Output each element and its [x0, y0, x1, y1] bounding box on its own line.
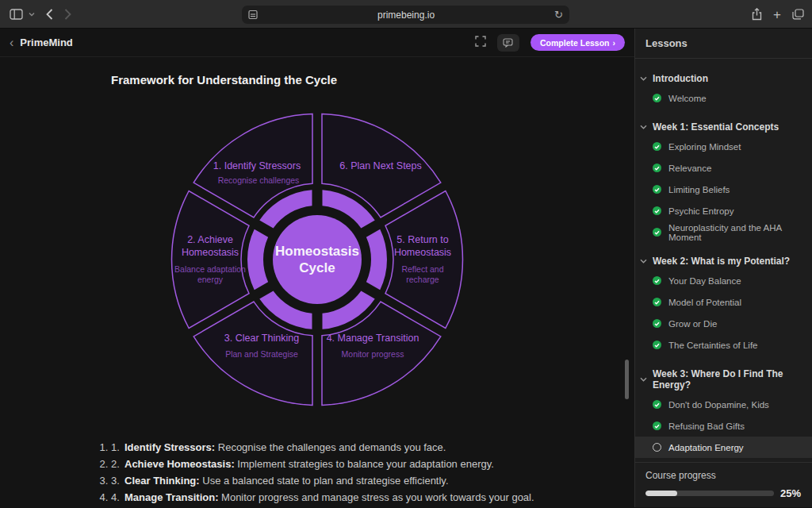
step-item: 1.Identify Stressors: Recognise the chal… [111, 439, 534, 456]
reload-icon[interactable]: ↻ [554, 10, 563, 20]
lesson-section: IntroductionWelcome [635, 70, 812, 109]
chevron-down-icon [640, 377, 647, 382]
lesson-header: ‹ PrimeMind Complete Lesson› [0, 29, 634, 57]
lesson-section: Week 1: Essential ConceptsExploring Mind… [635, 118, 812, 243]
completed-check-icon [653, 228, 661, 237]
section-header[interactable]: Week 3: Where Do I Find The Energy? [635, 365, 812, 394]
lesson-item[interactable]: Exploring Mindset [635, 136, 812, 157]
lesson-item[interactable]: Limiting Beliefs [635, 179, 812, 200]
lesson-item[interactable]: Don't do Dopamine, Kids [635, 394, 812, 415]
lesson-item-label: Relevance [668, 164, 711, 173]
lesson-section: Week 3: Where Do I Find The Energy?Don't… [635, 365, 812, 462]
wheel-segment [172, 191, 250, 329]
wheel-segment-title: 4. Manage Transition [301, 333, 444, 345]
step-item: 4.Manage Transition: Monitor progress an… [111, 489, 534, 506]
section-label: Introduction [653, 73, 708, 84]
completed-check-icon [653, 276, 661, 285]
new-tab-icon[interactable]: + [773, 8, 781, 21]
section-label: Week 3: Where Do I Find The Energy? [653, 368, 812, 391]
chevron-right-icon: › [613, 38, 616, 48]
lesson-item-label: Adaptation Energy [668, 443, 744, 452]
lesson-item[interactable]: Your Day Balance [635, 270, 812, 291]
complete-lesson-button[interactable]: Complete Lesson› [530, 34, 625, 51]
wheel-segment [385, 191, 463, 329]
lesson-item[interactable]: Relevance [635, 157, 812, 179]
wheel-segment-subtitle: Recognise challenges [191, 175, 326, 186]
chevron-down-icon [640, 125, 647, 129]
completed-check-icon [653, 421, 661, 430]
diagram-title: Framework for Understanding the Cycle [111, 73, 337, 87]
back-chevron-icon[interactable]: ‹ [10, 36, 13, 50]
progress-bar-fill [645, 491, 677, 496]
completed-check-icon [653, 400, 661, 409]
lesson-item-label: Don't do Dopamine, Kids [668, 400, 769, 410]
sidebar-toggle-icon[interactable] [10, 9, 35, 20]
incomplete-circle-icon [653, 443, 661, 452]
lesson-section: Week 2: What is my Potential?Your Day Ba… [635, 252, 812, 356]
vertical-scrollbar[interactable] [625, 360, 629, 399]
page-title: PrimeMind [20, 37, 72, 48]
lesson-item[interactable]: Psychic Entropy [635, 200, 812, 221]
lesson-item-label: Model of Potential [668, 298, 741, 307]
completed-check-icon [653, 185, 661, 194]
wheel-segment-title: 2. Achieve Homeostasis [166, 234, 255, 259]
completed-check-icon [653, 94, 661, 102]
step-item: 2.Achieve Homeostasis: Implement strateg… [111, 456, 534, 472]
chevron-down-icon [640, 259, 647, 264]
lesson-item[interactable]: Grow or Die [635, 313, 812, 334]
lesson-item-label: Limiting Beliefs [668, 185, 730, 194]
lesson-item[interactable]: Adaptation Energy [635, 437, 812, 458]
wheel-center-label: Homeostasis Cycle [262, 243, 373, 277]
lesson-item-label: Your Day Balance [668, 276, 741, 286]
lessons-list: IntroductionWelcomeWeek 1: Essential Con… [635, 59, 812, 462]
address-bar[interactable]: primebeing.io ↻ [242, 6, 569, 24]
reader-page-icon[interactable] [248, 10, 258, 20]
lesson-item[interactable]: Welcome [635, 87, 812, 109]
section-header[interactable]: Week 2: What is my Potential? [635, 252, 812, 270]
comments-button[interactable] [497, 34, 519, 52]
lesson-item-label: Welcome [668, 94, 707, 103]
step-item: 5.Return to Homeostasis: Reflect and rec… [111, 506, 534, 507]
lesson-item-label: Exploring Mindset [668, 142, 741, 152]
lesson-item-label: Psychic Entropy [668, 206, 733, 216]
homeostasis-cycle-diagram: 1. Identify StressorsRecognise challenge… [170, 112, 465, 407]
wheel-segment-subtitle: Balance adaptation energy [172, 264, 248, 284]
wheel-segment-title: 1. Identify Stressors [193, 160, 320, 173]
lesson-item[interactable]: Refusing Bad Gifts [635, 415, 812, 437]
steps-list: 1.Identify Stressors: Recognise the chal… [111, 439, 534, 507]
progress-label: Course progress [645, 470, 801, 481]
section-header[interactable]: Introduction [635, 70, 812, 87]
lesson-item[interactable]: Neuroplasticity and the AHA Moment [635, 221, 812, 243]
completed-check-icon [653, 164, 661, 172]
chevron-down-icon [640, 76, 647, 81]
lesson-content-pane: ‹ PrimeMind Complete Lesson› [0, 29, 634, 507]
wheel-segment-title: 6. Plan Next Steps [313, 160, 448, 173]
lesson-item-label: The Certainties of Life [668, 341, 758, 350]
completed-check-icon [653, 319, 661, 328]
wheel-segment-subtitle: Reflect and recharge [386, 264, 459, 284]
lessons-sidebar: Lessons IntroductionWelcomeWeek 1: Essen… [634, 29, 812, 507]
completed-check-icon [653, 206, 661, 215]
wheel-segment-subtitle: Monitor progress [305, 349, 440, 360]
browser-toolbar: primebeing.io ↻ + [0, 0, 812, 29]
lesson-item[interactable]: The Certainties of Life [635, 334, 812, 356]
wheel-segment-title: 5. Return to Homeostasis [378, 234, 467, 259]
section-label: Week 2: What is my Potential? [653, 256, 790, 267]
progress-bar [645, 491, 774, 496]
lesson-item[interactable]: Model of Potential [635, 291, 812, 313]
section-header[interactable]: Week 1: Essential Concepts [635, 118, 812, 136]
completed-check-icon [653, 142, 661, 151]
lesson-item-label: Refusing Bad Gifts [668, 421, 745, 431]
forward-button-icon[interactable] [64, 9, 71, 20]
section-label: Week 1: Essential Concepts [653, 121, 779, 133]
step-item: 3.Clear Thinking: Use a balanced state t… [111, 472, 534, 489]
progress-percent: 25% [780, 487, 801, 499]
lesson-item-label: Neuroplasticity and the AHA Moment [668, 223, 812, 242]
lesson-item-label: Grow or Die [668, 319, 717, 329]
fullscreen-icon[interactable] [475, 36, 486, 50]
tabs-overview-icon[interactable] [792, 9, 804, 20]
share-icon[interactable] [752, 8, 762, 21]
course-progress-footer: Course progress 25% [635, 462, 812, 507]
back-button-icon[interactable] [46, 9, 53, 20]
url-text[interactable]: primebeing.io [258, 10, 554, 21]
